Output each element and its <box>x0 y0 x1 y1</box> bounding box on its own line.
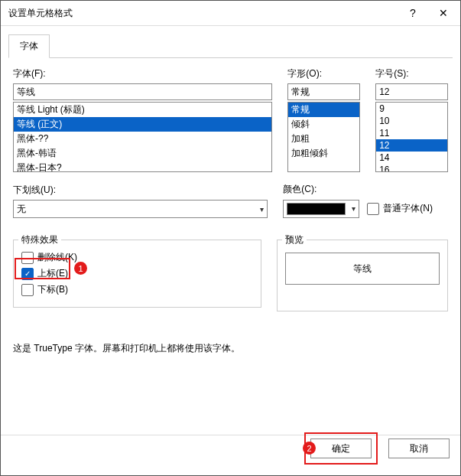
callout-badge-2: 2 <box>303 442 316 455</box>
list-item[interactable]: 12 <box>376 139 447 152</box>
preview-sample: 等线 <box>353 262 372 275</box>
size-input[interactable] <box>375 83 448 100</box>
cancel-button[interactable]: 取消 <box>388 439 450 458</box>
dialog-title: 设置单元格格式 <box>8 7 398 20</box>
callout-box-1 <box>15 258 70 279</box>
list-item[interactable]: 14 <box>376 152 447 164</box>
subscript-label: 下标(B) <box>37 283 68 296</box>
list-item[interactable]: 加粗 <box>288 132 359 146</box>
list-item[interactable]: 黑体-?? <box>14 132 271 146</box>
normal-font-checkbox-row[interactable]: 普通字体(N) <box>367 202 433 215</box>
underline-column: 下划线(U): 无 ▾ <box>13 184 268 218</box>
color-label: 颜色(C): <box>283 183 448 196</box>
close-button[interactable]: ✕ <box>428 2 459 24</box>
underline-value: 无 <box>17 203 26 216</box>
chevron-down-icon: ▾ <box>352 204 355 213</box>
list-item[interactable]: 加粗倾斜 <box>288 146 359 161</box>
list-item[interactable]: 16 <box>376 164 447 172</box>
ok-button[interactable]: 确定 <box>310 439 372 458</box>
color-select[interactable]: ▾ <box>283 200 359 218</box>
special-legend: 特殊效果 <box>18 233 61 246</box>
checkbox-icon <box>367 203 379 215</box>
color-column: 颜色(C): ▾ 普通字体(N) <box>283 183 448 218</box>
tab-font[interactable]: 字体 <box>8 34 50 58</box>
help-button[interactable]: ? <box>398 2 428 24</box>
normal-font-label: 普通字体(N) <box>383 202 433 215</box>
preview-legend: 预览 <box>282 233 307 246</box>
size-listbox[interactable]: 9 10 11 12 14 16 <box>375 102 448 172</box>
checkbox-icon <box>21 284 34 296</box>
tab-content: 字体(F): 等线 Light (标题) 等线 (正文) 黑体-?? 黑体-韩语… <box>1 58 460 355</box>
underline-label: 下划线(U): <box>13 184 268 197</box>
font-input[interactable] <box>13 83 272 100</box>
chevron-down-icon: ▾ <box>260 205 264 214</box>
list-item[interactable]: 11 <box>376 127 447 139</box>
underline-color-row: 下划线(U): 无 ▾ 颜色(C): ▾ 普通字体(N) <box>13 183 448 218</box>
callout-badge-1: 1 <box>74 262 87 275</box>
list-item[interactable]: 10 <box>376 115 447 127</box>
style-column: 字形(O): 常规 倾斜 加粗 加粗倾斜 <box>287 67 360 172</box>
list-item[interactable]: 黑体-韩语 <box>14 146 271 161</box>
size-label: 字号(S): <box>375 67 448 80</box>
font-row: 字体(F): 等线 Light (标题) 等线 (正文) 黑体-?? 黑体-韩语… <box>13 67 448 172</box>
list-item[interactable]: 倾斜 <box>288 117 359 132</box>
tab-strip: 字体 <box>1 26 460 57</box>
list-item[interactable]: 黑体-日本? <box>14 161 271 172</box>
list-item[interactable]: 等线 (正文) <box>14 117 271 132</box>
style-listbox[interactable]: 常规 倾斜 加粗 加粗倾斜 <box>287 102 360 172</box>
titlebar: 设置单元格格式 ? ✕ <box>1 1 460 26</box>
dialog-buttons: 2 确定 取消 <box>304 432 450 465</box>
list-item[interactable]: 9 <box>376 103 447 115</box>
underline-select[interactable]: 无 ▾ <box>13 200 268 218</box>
font-label: 字体(F): <box>13 67 272 80</box>
list-item[interactable]: 常规 <box>288 103 359 117</box>
preview-group: 预览 等线 <box>277 229 448 311</box>
style-label: 字形(O): <box>287 67 360 80</box>
list-item[interactable]: 等线 Light (标题) <box>14 103 271 117</box>
font-column: 字体(F): 等线 Light (标题) 等线 (正文) 黑体-?? 黑体-韩语… <box>13 67 272 172</box>
preview-box: 等线 <box>285 253 440 285</box>
format-cells-dialog: 设置单元格格式 ? ✕ 字体 字体(F): 等线 Light (标题) 等线 (… <box>0 0 461 476</box>
callout-box-2: 2 确定 <box>304 432 378 465</box>
color-swatch <box>287 203 346 215</box>
size-column: 字号(S): 9 10 11 12 14 16 <box>375 67 448 172</box>
info-text: 这是 TrueType 字体。屏幕和打印机上都将使用该字体。 <box>13 342 448 355</box>
subscript-checkbox[interactable]: 下标(B) <box>21 283 253 296</box>
style-input[interactable] <box>287 83 360 100</box>
font-listbox[interactable]: 等线 Light (标题) 等线 (正文) 黑体-?? 黑体-韩语 黑体-日本?… <box>13 102 272 172</box>
